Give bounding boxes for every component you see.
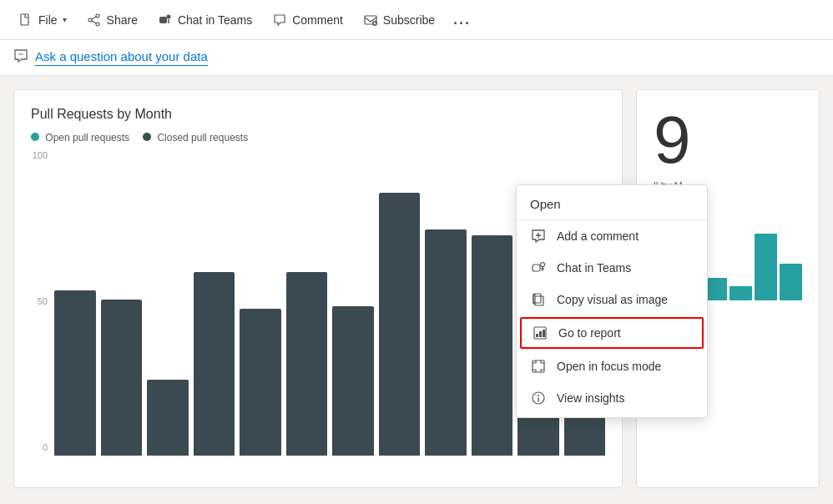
svg-rect-14 (536, 334, 538, 337)
menu-open-focus[interactable]: Open in focus mode (517, 350, 707, 382)
chart-title: Pull Requests by Month (31, 107, 605, 122)
legend-open-label: Open pull requests (45, 132, 129, 144)
svg-point-19 (538, 395, 539, 396)
bar-6 (332, 306, 374, 456)
chart-legend: Open pull requests Closed pull requests (31, 132, 605, 144)
add-comment-label: Add a comment (557, 229, 639, 243)
svg-point-5 (166, 14, 170, 18)
add-comment-icon (530, 228, 547, 244)
toolbar: File ▾ Share Chat in Teams (0, 0, 833, 40)
teams-icon (158, 13, 173, 28)
bar-0 (54, 290, 96, 456)
svg-point-1 (96, 14, 99, 18)
file-label: File (38, 13, 58, 27)
svg-rect-9 (533, 265, 540, 271)
qa-text[interactable]: Ask a question about your data (35, 49, 208, 66)
y-label-100: 100 (31, 150, 48, 160)
share-icon (87, 13, 102, 28)
share-button[interactable]: Share (78, 8, 146, 33)
mini-bar-5 (780, 264, 802, 300)
svg-point-10 (541, 263, 545, 267)
menu-go-to-report[interactable]: Go to report (520, 317, 704, 349)
menu-add-comment[interactable]: Add a comment (517, 220, 707, 252)
bar-2 (147, 380, 189, 456)
qa-icon (13, 48, 28, 67)
legend-closed: Closed pull requests (143, 132, 248, 144)
view-insights-label: View insights (557, 391, 624, 405)
bar-1 (101, 300, 143, 456)
svg-point-8 (20, 53, 22, 55)
svg-rect-12 (533, 294, 541, 303)
menu-header: Open (517, 189, 707, 220)
bar-3 (194, 272, 235, 456)
y-label-50: 50 (31, 296, 48, 306)
mini-bar-4 (755, 234, 777, 300)
svg-rect-4 (159, 17, 167, 23)
file-menu[interactable]: File ▾ (10, 8, 75, 33)
bar-7 (379, 193, 421, 456)
open-focus-label: Open in focus mode (557, 360, 661, 373)
teams-menu-icon (530, 260, 547, 276)
bar-4 (240, 309, 281, 456)
subscribe-label: Subscribe (383, 13, 435, 27)
legend-closed-label: Closed pull requests (157, 132, 248, 144)
menu-copy-visual[interactable]: Copy visual as image (517, 284, 707, 315)
bar-5 (286, 272, 328, 456)
svg-rect-17 (533, 360, 544, 372)
context-menu: Open Add a comment Chat in Teams (516, 184, 708, 418)
closed-dot (143, 133, 151, 141)
svg-rect-16 (543, 330, 545, 337)
copy-visual-label: Copy visual as image (557, 293, 668, 306)
y-axis: 100 50 0 (31, 150, 54, 456)
comment-icon (272, 13, 287, 28)
main-content: Pull Requests by Month Open pull request… (0, 76, 833, 501)
share-label: Share (107, 13, 138, 27)
bar-9 (472, 235, 513, 456)
file-icon (18, 13, 33, 28)
menu-chat-teams[interactable]: Chat in Teams (517, 252, 707, 284)
copy-icon (530, 291, 547, 308)
go-to-report-label: Go to report (558, 326, 621, 340)
report-icon (532, 325, 548, 341)
svg-point-3 (88, 18, 92, 22)
qa-bar: Ask a question about your data (0, 40, 833, 76)
bar-8 (425, 229, 467, 456)
comment-button[interactable]: Comment (264, 8, 351, 33)
svg-rect-11 (535, 296, 543, 305)
subscribe-icon (363, 13, 378, 28)
y-label-0: 0 (31, 442, 48, 452)
insights-icon (530, 390, 547, 406)
menu-view-insights[interactable]: View insights (517, 382, 707, 414)
chat-teams-menu-label: Chat in Teams (557, 261, 631, 275)
chat-teams-button[interactable]: Chat in Teams (149, 8, 260, 33)
mini-bar-3 (730, 286, 752, 300)
chat-teams-label: Chat in Teams (178, 13, 252, 27)
more-button[interactable]: ... (447, 8, 477, 32)
file-chevron: ▾ (63, 15, 67, 24)
subscribe-button[interactable]: Subscribe (355, 8, 443, 33)
svg-rect-15 (539, 331, 542, 337)
right-panel-number: 9 (654, 107, 802, 174)
comment-label: Comment (292, 13, 343, 27)
open-dot (31, 133, 39, 141)
svg-point-2 (96, 23, 99, 26)
legend-open: Open pull requests (31, 132, 129, 144)
focus-icon (530, 358, 547, 375)
